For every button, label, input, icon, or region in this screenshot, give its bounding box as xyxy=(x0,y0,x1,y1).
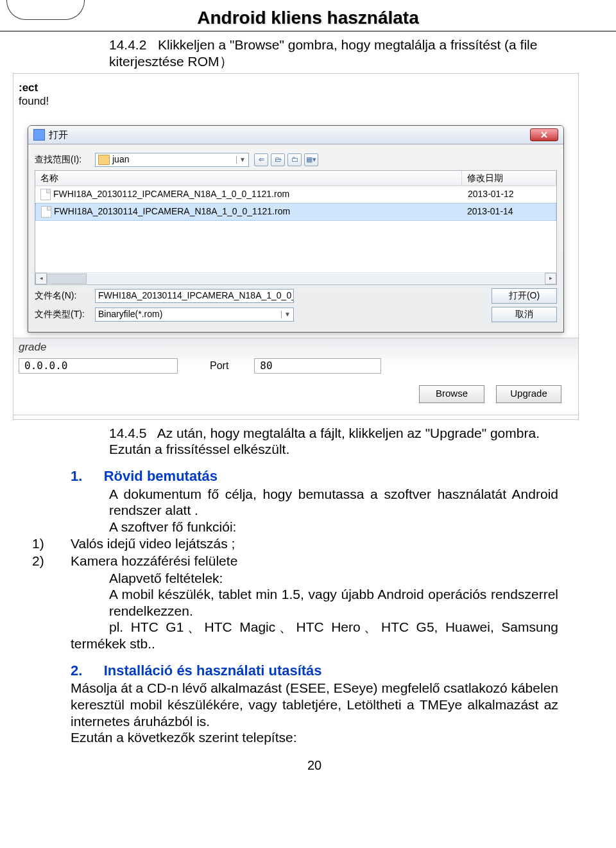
page-title: Android kliens használata xyxy=(0,0,616,28)
label-ect: :ect xyxy=(19,82,573,95)
page-top-tab xyxy=(6,0,85,20)
file-name: FWHI18A_20130114_IPCAMERA_N18A_1_0_0_112… xyxy=(54,206,290,217)
close-icon xyxy=(541,132,547,138)
filename-input[interactable]: FWHI18A_20130114_IPCAMERA_N18A_1_0_0_112 xyxy=(95,289,294,303)
file-icon xyxy=(41,206,51,218)
cancel-button[interactable]: 取消 xyxy=(492,307,557,322)
section1-p1: A dokumentum fő célja, hogy bemutassa a … xyxy=(109,486,558,519)
nav-up-icon[interactable]: 🗁 xyxy=(271,153,285,166)
file-icon xyxy=(40,189,51,200)
nav-view-icon[interactable]: ▦▾ xyxy=(304,153,318,166)
step-number: 14.4.5 xyxy=(109,425,146,442)
ip-input[interactable]: 0.0.0.0 xyxy=(19,358,178,374)
folder-icon xyxy=(98,155,110,165)
section-1: 1. Rövid bemutatás A dokumentum fő célja… xyxy=(71,468,558,652)
step-14-4-5: 14.4.5 Az után, hogy megtalálta a fájlt,… xyxy=(71,425,558,458)
chevron-down-icon: ▼ xyxy=(281,311,291,318)
ip-value: 0.0.0.0 xyxy=(24,359,67,372)
filetype-label: 文件类型(T): xyxy=(35,309,90,320)
port-label: Port xyxy=(210,359,228,372)
port-input[interactable]: 80 xyxy=(254,358,381,374)
step-14-4-2: 14.4.2 Klikkeljen a "Browse" gombra, hog… xyxy=(71,37,558,69)
file-name: FWHI18A_20130112_IPCAMERA_N18A_1_0_0_112… xyxy=(53,189,289,200)
nav-new-folder-icon[interactable]: 🗀 xyxy=(287,153,302,166)
browse-button[interactable]: Browse xyxy=(419,385,484,403)
close-button[interactable] xyxy=(530,128,558,141)
label-grade: grade xyxy=(19,341,573,354)
scrollbar[interactable]: ◂ ▸ xyxy=(35,272,556,284)
scroll-left-icon[interactable]: ◂ xyxy=(35,273,47,284)
column-header-date[interactable]: 修改日期 xyxy=(462,171,556,186)
section1-p4: A mobil készülék, tablet min 1.5, vagy ú… xyxy=(109,586,558,619)
filename-value: FWHI18A_20130114_IPCAMERA_N18A_1_0_0_112 xyxy=(98,290,294,301)
section1-p5: pl. HTC G1、HTC Magic、HTC Hero、HTC G5, Hu… xyxy=(71,619,558,651)
section-title: Installáció és használati utasítás xyxy=(104,662,322,680)
open-button[interactable]: 打开(O) xyxy=(492,288,557,304)
file-date: 2013-01-14 xyxy=(462,205,556,219)
scope-value: juan xyxy=(112,154,129,165)
list-num-1: 1) xyxy=(32,535,71,552)
modal-titlebar: 打开 xyxy=(28,126,563,144)
nav-back-icon[interactable]: ⇐ xyxy=(254,153,268,166)
section1-p2: A szoftver fő funkciói: xyxy=(109,519,558,535)
port-value: 80 xyxy=(260,359,272,372)
list-item-1: Valós idejű video lejátszás ; xyxy=(71,535,235,552)
filetype-dropdown[interactable]: Binaryfile(*.rom) ▼ xyxy=(95,307,294,322)
label-found: found! xyxy=(19,95,573,108)
list-num-2: 2) xyxy=(32,553,71,569)
filetype-value: Binaryfile(*.rom) xyxy=(98,309,162,320)
file-table: 名称 修改日期 FWHI18A_20130112_IPCAMERA_N18A_1… xyxy=(35,170,557,285)
section-2: 2. Installáció és használati utasítás Má… xyxy=(71,662,558,746)
step-number: 14.4.2 xyxy=(109,37,146,53)
table-row[interactable]: FWHI18A_20130114_IPCAMERA_N18A_1_0_0_112… xyxy=(35,203,556,221)
screenshot-open-dialog: :ect found! rt Dev 打开 查 xyxy=(13,73,579,419)
scope-dropdown[interactable]: juan ▼ xyxy=(95,153,249,167)
section-num: 2. xyxy=(71,662,96,680)
step-text: Klikkeljen a "Browse" gombra, hogy megta… xyxy=(109,37,537,69)
title-divider xyxy=(0,31,616,31)
list-item-2: Kamera hozzáférési felülete xyxy=(71,553,237,569)
section-num: 1. xyxy=(71,468,96,485)
scroll-right-icon[interactable]: ▸ xyxy=(545,273,556,284)
file-open-modal: rt Dev 打开 查找范围(I): xyxy=(28,125,564,333)
chevron-down-icon: ▼ xyxy=(236,156,246,164)
upgrade-button[interactable]: Upgrade xyxy=(496,385,561,403)
page-number: 20 xyxy=(71,757,558,773)
scope-label: 查找范围(I): xyxy=(35,154,90,165)
modal-title: 打开 xyxy=(49,129,68,141)
nav-icons: ⇐ 🗁 🗀 ▦▾ xyxy=(254,153,318,166)
table-row[interactable]: FWHI18A_20130112_IPCAMERA_N18A_1_0_0_112… xyxy=(35,186,556,203)
column-header-name[interactable]: 名称 xyxy=(35,171,462,186)
section-title: Rövid bemutatás xyxy=(104,468,218,485)
section2-p2: Ezután a következők szerint telepítse: xyxy=(71,729,558,746)
section2-p1: Másolja át a CD-n lévő alkalmazást (ESEE… xyxy=(71,680,558,729)
filename-label: 文件名(N): xyxy=(35,290,90,301)
section1-p3: Alapvető feltételek: xyxy=(109,570,558,587)
file-date: 2013-01-12 xyxy=(463,187,556,202)
scroll-thumb[interactable] xyxy=(47,273,87,284)
open-folder-icon xyxy=(33,129,45,141)
step-text: Az után, hogy megtalálta a fájlt, klikke… xyxy=(109,426,540,457)
